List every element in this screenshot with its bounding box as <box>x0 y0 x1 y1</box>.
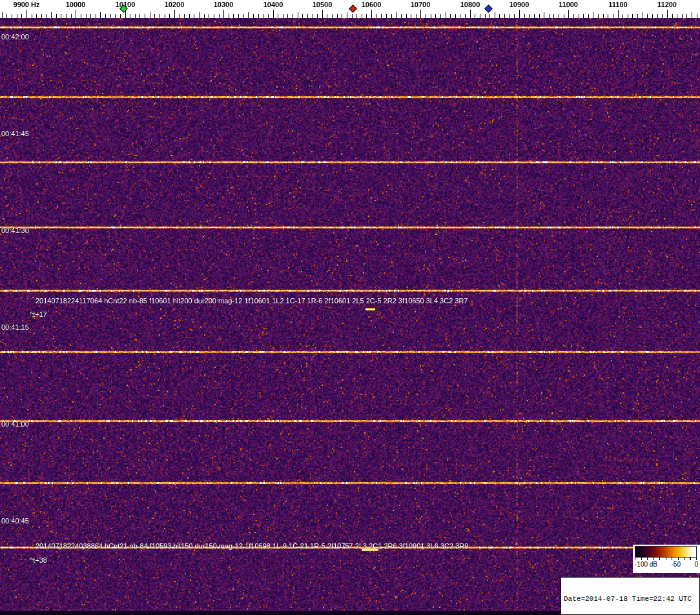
freq-tick-label: 10700 <box>411 1 431 8</box>
freq-tick-label: 10400 <box>263 1 283 8</box>
colorbar-labels: -100 dB -50 0 <box>635 560 698 569</box>
colorbar-label-max: 0 <box>694 560 698 569</box>
freq-tick-label: 11100 <box>608 1 627 8</box>
freq-tick-label: 10800 <box>460 1 480 8</box>
freq-tick-label: 10200 <box>165 1 185 8</box>
freq-tick-label: 10600 <box>362 1 382 8</box>
station-info-box: Date=2014-07-18 Time=22:42 UTC Freq=143 … <box>561 577 700 615</box>
waterfall-display[interactable] <box>0 18 700 615</box>
freq-tick-label: 10300 <box>214 1 234 8</box>
intensity-colorbar: -100 dB -50 0 <box>633 545 700 573</box>
freq-tick-label: 10000 <box>66 1 86 8</box>
info-date-time: Date=2014-07-18 Time=22:42 UTC <box>564 595 697 603</box>
freq-tick-label: 11000 <box>559 1 578 8</box>
colorbar-gradient <box>635 546 697 558</box>
colorbar-label-min: -100 dB <box>635 560 657 569</box>
meteor-spectrogram-screen: 9900 Hz100001010010200103001040010500106… <box>0 0 700 615</box>
freq-tick-label: 11200 <box>657 1 677 8</box>
frequency-ruler[interactable]: 9900 Hz100001010010200103001040010500106… <box>0 0 700 18</box>
freq-tick-label: 10900 <box>510 1 530 8</box>
colorbar-label-mid: -50 <box>672 560 681 569</box>
freq-tick-label: 10500 <box>313 1 333 8</box>
freq-tick-label: 9900 Hz <box>14 1 40 8</box>
